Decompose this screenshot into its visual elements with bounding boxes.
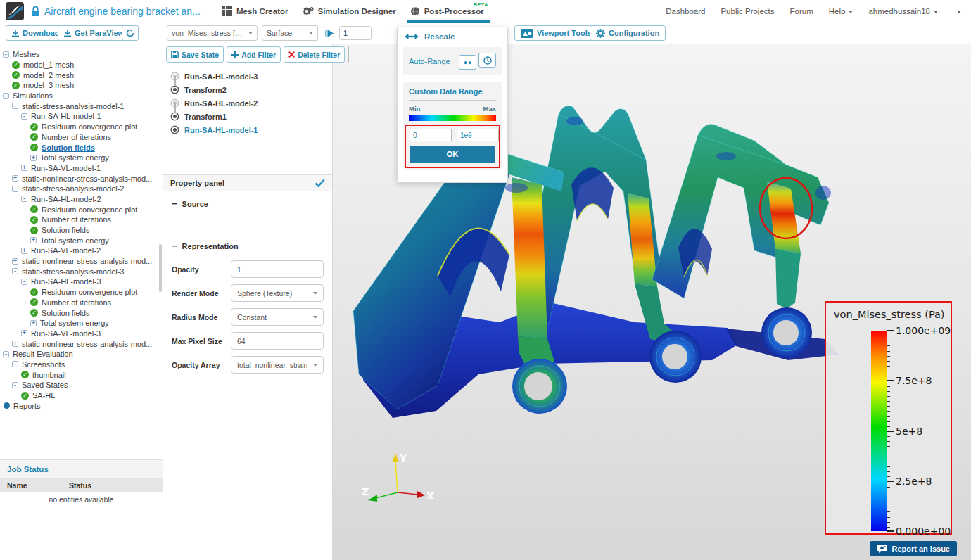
nav-dashboard[interactable]: Dashboard [666, 7, 705, 15]
tree-item-static-nonlinear-stress-analysis-mod-[interactable]: +static-nonlinear-stress-analysis-mod... [0, 338, 160, 349]
tree-item-run-sa-vl-model-2[interactable]: +Run-SA-VL-model-2 [0, 246, 160, 256]
tree-scrollbar[interactable] [159, 244, 162, 292]
representation-section-header[interactable]: − Representation [172, 242, 324, 250]
pipeline-item-run-sa-hl-model-1[interactable]: Run-SA-HL-model-1 [163, 123, 332, 136]
visibility-eye-icon[interactable] [170, 85, 179, 94]
render-mode-select[interactable]: Sphere (Texture) [231, 284, 324, 302]
rescale-button[interactable]: Rescale [398, 27, 507, 45]
tree-item-sa-hl[interactable]: ✓SA-HL [0, 390, 160, 401]
pipeline-item-transform1[interactable]: Transform1 [163, 110, 332, 123]
tree-item-run-sa-vl-model-3[interactable]: +Run-SA-VL-model-3 [0, 329, 160, 339]
expand-icon[interactable]: + [12, 258, 18, 265]
save-state-button[interactable]: Save State [166, 46, 224, 63]
tree-item-static-stress-analysis-model-3[interactable]: -static-stress-analysis-model-3 [0, 266, 160, 276]
tree-item-run-sa-hl-model-1[interactable]: -Run-SA-HL-model-1 [0, 111, 160, 122]
tree-item-static-nonlinear-stress-analysis-mod-[interactable]: +static-nonlinear-stress-analysis-mod... [0, 173, 160, 184]
expand-icon[interactable]: + [21, 248, 27, 254]
frame-number-input[interactable] [339, 26, 372, 40]
collapse-icon[interactable]: - [12, 186, 18, 192]
simscale-logo-icon[interactable] [6, 2, 24, 20]
expand-icon[interactable]: + [21, 330, 27, 336]
collapse-icon[interactable]: - [3, 51, 9, 58]
visibility-eye-icon[interactable] [170, 125, 179, 134]
tree-item-screenshots[interactable]: -Screenshots [0, 359, 160, 370]
delete-filter-button[interactable]: Delete Filter [284, 46, 345, 63]
expand-icon[interactable]: + [30, 155, 37, 161]
tab-post-processor[interactable]: Post-ProcessorBETA [410, 0, 484, 23]
collapse-icon[interactable]: - [12, 382, 18, 388]
opacity-input[interactable]: 1 [231, 260, 324, 278]
pipeline-item-run-sa-hl-model-2[interactable]: Run-SA-HL-model-2 [163, 96, 332, 110]
tree-item-residuum-convergence-plot[interactable]: ✓Residuum convergence plot [0, 204, 160, 215]
tree-item-model-3-mesh[interactable]: ✓model_3 mesh [0, 80, 160, 91]
collapse-icon[interactable]: - [21, 196, 27, 202]
collapse-icon[interactable]: - [21, 113, 27, 120]
viewport-tools-button[interactable]: Viewport Tools [514, 25, 598, 41]
tree-item-model-1-mesh[interactable]: ✓model_1 mesh [0, 60, 160, 70]
nav-more-menu[interactable] [953, 7, 961, 15]
field-select[interactable]: von_Mises_stress [point-data] [167, 25, 258, 41]
pipeline-item-transform2[interactable]: Transform2 [163, 83, 332, 96]
report-issue-button[interactable]: Report an issue [870, 541, 957, 556]
auto-range-data-button[interactable]: ● ● [459, 55, 476, 70]
tree-item-residuum-convergence-plot[interactable]: ✓Residuum convergence plot [0, 287, 160, 298]
nav-user-menu[interactable]: ahmedhussain18 [868, 7, 938, 15]
colormap-swatch-button[interactable] [348, 46, 349, 63]
tree-item-number-of-iterations[interactable]: ✓Number of iterations [0, 298, 160, 308]
range-min-input[interactable] [410, 129, 452, 141]
max-pixel-size-input[interactable]: 64 [231, 332, 324, 350]
nav-help[interactable]: Help [829, 7, 853, 15]
tree-item-solution-fields[interactable]: ✓Solution fields [0, 142, 160, 153]
tab-mesh-creator[interactable]: Mesh Creator [222, 0, 288, 23]
representation-select[interactable]: Surface [262, 25, 318, 41]
tree-item-solution-fields[interactable]: ✓Solution fields [0, 225, 160, 236]
collapse-icon[interactable]: - [12, 268, 18, 274]
tree-item-model-2-mesh[interactable]: ✓model_2 mesh [0, 70, 160, 80]
nav-forum[interactable]: Forum [790, 7, 813, 15]
range-max-input[interactable] [457, 129, 499, 141]
tree-item-run-sa-hl-model-2[interactable]: -Run-SA-HL-model-2 [0, 194, 160, 205]
tree-item-total-system-energy[interactable]: +Total system energy [0, 318, 160, 329]
tree-item-result-evaluation[interactable]: -Result Evaluation [0, 349, 160, 359]
tree-item-total-system-energy[interactable]: +Total system energy [0, 153, 160, 163]
tab-simulation-designer[interactable]: Simulation Designer [303, 0, 396, 23]
tree-item-static-stress-analysis-model-2[interactable]: -static-stress-analysis-model-2 [0, 184, 160, 194]
visibility-eye-icon[interactable] [170, 112, 179, 121]
refresh-button[interactable] [122, 25, 139, 41]
tree-item-number-of-iterations[interactable]: ✓Number of iterations [0, 132, 160, 143]
tree-item-run-sa-hl-model-3[interactable]: -Run-SA-HL-model-3 [0, 276, 160, 287]
tree-item-number-of-iterations[interactable]: ✓Number of iterations [0, 215, 160, 225]
tree-item-static-nonlinear-stress-analysis-mod-[interactable]: +static-nonlinear-stress-analysis-mod... [0, 256, 160, 267]
nav-public-projects[interactable]: Public Projects [721, 7, 774, 15]
tree-item-reports[interactable]: Reports [0, 400, 160, 411]
tree-item-solution-fields[interactable]: ✓Solution fields [0, 307, 160, 318]
auto-range-time-button[interactable] [478, 53, 496, 68]
tree-item-residuum-convergence-plot[interactable]: ✓Residuum convergence plot [0, 122, 160, 132]
add-filter-button[interactable]: Add Filter [227, 46, 281, 63]
tree-item-total-system-energy[interactable]: +Total system energy [0, 235, 160, 246]
expand-icon[interactable]: + [30, 237, 37, 243]
collapse-icon[interactable]: - [12, 103, 18, 109]
collapse-icon[interactable]: - [3, 351, 9, 357]
expand-icon[interactable]: + [12, 341, 18, 347]
expand-icon[interactable]: + [30, 320, 37, 326]
collapse-icon[interactable]: - [21, 279, 27, 285]
source-section-header[interactable]: − Source [172, 200, 324, 208]
opacity-array-select[interactable]: total_nonlinear_strain [231, 356, 324, 374]
expand-icon[interactable]: + [21, 165, 27, 171]
play-animation-button[interactable] [322, 25, 338, 41]
configuration-button[interactable]: Configuration [590, 25, 666, 41]
tree-item-meshes[interactable]: -Meshes [0, 49, 160, 60]
download-button[interactable]: Download [6, 25, 66, 41]
collapse-icon[interactable]: - [12, 361, 18, 367]
tree-item-thumbnail[interactable]: ✓thumbnail [0, 369, 160, 380]
expand-icon[interactable]: + [12, 175, 18, 182]
tree-item-simulations[interactable]: -Simulations [0, 91, 160, 101]
radius-mode-select[interactable]: Constant [231, 308, 324, 326]
tree-item-static-stress-analysis-model-1[interactable]: -static-stress-analysis-model-1 [0, 101, 160, 111]
tree-item-run-sa-vl-model-1[interactable]: +Run-SA-VL-model-1 [0, 163, 160, 174]
pipeline-item-run-sa-hl-model-3[interactable]: Run-SA-HL-model-3 [163, 70, 332, 83]
ok-button[interactable]: OK [410, 146, 495, 163]
tree-item-saved-states[interactable]: -Saved States [0, 380, 160, 390]
project-title[interactable]: Aircraft engine bearing bracket an... [44, 6, 201, 17]
